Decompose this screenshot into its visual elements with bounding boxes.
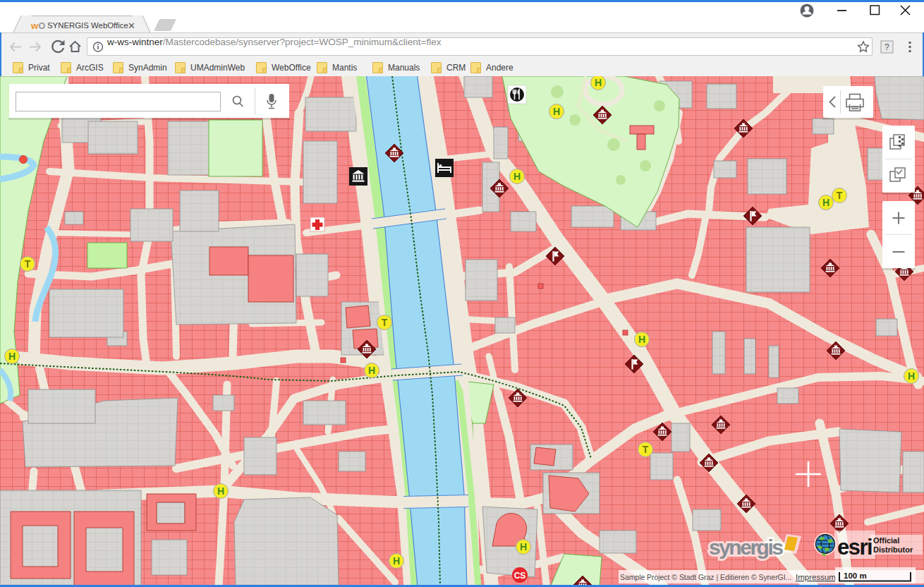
svg-text:synergis: synergis — [709, 535, 783, 559]
svg-text:esri: esri — [837, 535, 872, 559]
svg-text:Official: Official — [873, 536, 899, 545]
svg-text:Sample Project © Stadt Graz |: Sample Project © Stadt Graz | Editieren … — [620, 574, 791, 581]
svg-text:100 m: 100 m — [844, 571, 867, 580]
svg-text:Impressum: Impressum — [796, 573, 836, 581]
svg-text:CS: CS — [514, 571, 526, 581]
svg-text:Distributor: Distributor — [873, 545, 913, 554]
svg-text:?: ? — [885, 42, 889, 52]
